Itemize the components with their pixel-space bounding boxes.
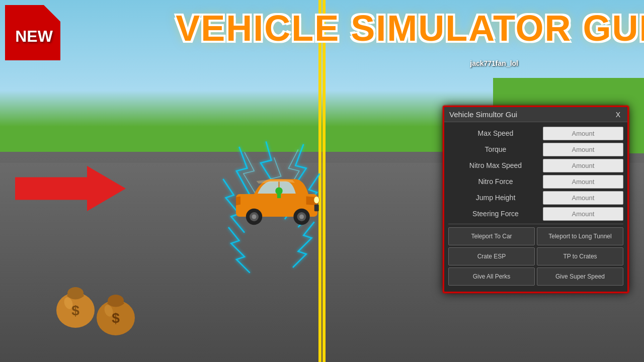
money-bags-group: $ $ [50,274,141,337]
svg-point-12 [252,215,257,219]
input-row-jump-height: Jump Height [448,191,623,205]
button-section: Teleport To Car Teleport to Long Tunnel … [448,227,623,286]
input-row-nitro-max-speed: Nitro Max Speed [448,158,623,172]
label-jump-height: Jump Height [448,191,543,205]
label-nitro-max-speed: Nitro Max Speed [448,158,543,172]
btn-crate-esp[interactable]: Crate ESP [448,247,535,265]
input-row-torque: Torque [448,142,623,156]
label-steering-force: Steering Force [448,207,543,221]
input-steering-force[interactable] [543,207,623,221]
input-nitro-force[interactable] [543,175,623,189]
btn-row-3: Give All Perks Give Super Speed [448,267,623,286]
page-title: VEHICLE SIMULATOR GUI! [176,8,644,49]
input-row-nitro-force: Nitro Force [448,174,623,189]
btn-tp-to-crates[interactable]: TP to Crates [537,247,623,265]
title-container: VEHICLE SIMULATOR GUI! [176,8,644,49]
new-badge: NEW [5,5,60,60]
car-container [221,161,332,261]
car-graphic [231,171,322,226]
label-nitro-force: Nitro Force [448,174,543,189]
label-torque: Torque [448,142,543,156]
svg-rect-17 [314,205,319,212]
svg-rect-19 [277,194,281,198]
svg-point-16 [314,197,319,204]
gui-close-button[interactable]: X [614,111,622,119]
gui-window: Vehicle Simultor Gui X Max Speed Torque … [443,106,629,293]
svg-text:$: $ [112,310,120,326]
input-jump-height[interactable] [543,191,623,205]
svg-text:$: $ [71,303,79,318]
input-max-speed[interactable] [543,127,623,140]
separator-1 [448,224,623,224]
btn-teleport-long-tunnel[interactable]: Teleport to Long Tunnel [537,227,623,245]
input-torque[interactable] [543,143,623,156]
svg-point-18 [275,188,282,195]
svg-point-15 [299,215,304,219]
gui-content: Max Speed Torque Nitro Max Speed Nitro F… [444,122,627,292]
input-nitro-max-speed[interactable] [543,159,623,172]
new-badge-text: NEW [15,27,53,46]
btn-teleport-to-car[interactable]: Teleport To Car [448,227,535,245]
btn-give-all-perks[interactable]: Give All Perks [448,267,535,286]
btn-row-2: Crate ESP TP to Crates [448,247,623,265]
btn-row-1: Teleport To Car Teleport to Long Tunnel [448,227,623,245]
gui-title: Vehicle Simultor Gui [449,110,517,119]
money-bag-2: $ [91,282,141,337]
username-display: jack771fan_lol [470,59,518,67]
label-max-speed: Max Speed [448,126,543,140]
input-row-max-speed: Max Speed [448,126,623,140]
input-row-steering-force: Steering Force [448,207,623,221]
btn-give-super-speed[interactable]: Give Super Speed [537,267,623,286]
gui-titlebar: Vehicle Simultor Gui X [444,107,627,122]
